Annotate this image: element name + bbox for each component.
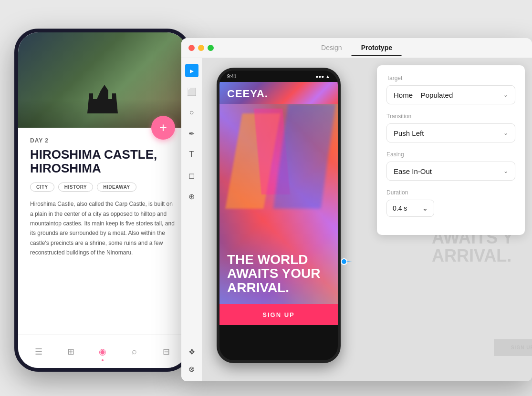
nav-search[interactable]: ⌕ bbox=[129, 346, 140, 357]
figma-toolbar: ▸ ⬜ ○ ✒ T ◻ ⊕ ❖ ⊗ bbox=[181, 58, 202, 381]
figma-titlebar: Design Prototype bbox=[181, 38, 532, 58]
phone-frame: + DAY 2 HIROSHIMA CASTLE, HIROSHIMA CITY… bbox=[14, 29, 191, 372]
transition-chevron: ⌄ bbox=[503, 130, 508, 136]
canvas-phone-cta[interactable]: SIGN UP bbox=[219, 304, 338, 325]
target-field: Target Home – Populated ⌄ bbox=[386, 75, 515, 104]
ghost-cta: SIGN UP bbox=[494, 339, 532, 356]
phone-title: HIROSHIMA CASTLE, HIROSHIMA bbox=[30, 148, 175, 175]
tool-components[interactable]: ❖ bbox=[185, 345, 198, 358]
fab-button[interactable]: + bbox=[151, 116, 175, 140]
phone-content: DAY 2 HIROSHIMA CASTLE, HIROSHIMA CITY H… bbox=[18, 128, 187, 267]
connection-line bbox=[344, 261, 439, 309]
maximize-button[interactable] bbox=[208, 45, 214, 51]
target-select[interactable]: Home – Populated ⌄ bbox=[386, 85, 515, 104]
canvas-phone[interactable]: 9:41 ●●● ▲ CEEYA. THE WORLDAWAITS YOURAR… bbox=[217, 68, 341, 363]
canvas-phone-status: 9:41 ●●● ▲ bbox=[219, 71, 338, 82]
easing-chevron: ⌄ bbox=[503, 168, 508, 174]
target-chevron: ⌄ bbox=[503, 91, 508, 98]
canvas-hero-text: THE WORLDAWAITS YOURARRIVAL. bbox=[227, 253, 330, 294]
phone-description: Hiroshima Castle, also called the Carp C… bbox=[30, 199, 175, 257]
canvas-phone-hero: THE WORLDAWAITS YOURARRIVAL. bbox=[219, 104, 338, 304]
tag-hideaway: HIDEAWAY bbox=[97, 183, 136, 192]
tool-ellipse[interactable]: ○ bbox=[185, 106, 198, 119]
figma-window: Design Prototype ▸ ⬜ ○ ✒ T ◻ ⊕ ❖ ⊗ 9:41 bbox=[181, 38, 532, 381]
transition-label: Transition bbox=[386, 113, 515, 120]
phone-bottom-nav: ☰ ⊞ ◉ ⌕ ⊟ bbox=[18, 335, 187, 368]
tag-history: HISTORY bbox=[58, 183, 93, 192]
figma-canvas: 9:41 ●●● ▲ CEEYA. THE WORLDAWAITS YOURAR… bbox=[202, 58, 532, 381]
easing-value: Ease In-Out bbox=[394, 167, 432, 175]
transition-field: Transition Push Left ⌄ bbox=[386, 113, 515, 142]
close-button[interactable] bbox=[188, 45, 195, 51]
nav-bookmark[interactable]: ⊟ bbox=[161, 346, 172, 357]
prototype-panel: Target Home – Populated ⌄ Transition Pus… bbox=[377, 65, 525, 235]
left-phone: + DAY 2 HIROSHIMA CASTLE, HIROSHIMA CITY… bbox=[14, 29, 191, 372]
target-value: Home – Populated bbox=[394, 91, 453, 99]
duration-field: Duration 0.4 s ⌄ bbox=[386, 189, 515, 217]
easing-field: Easing Ease In-Out ⌄ bbox=[386, 151, 515, 181]
minimize-button[interactable] bbox=[198, 45, 204, 51]
duration-chevron: ⌄ bbox=[422, 204, 428, 212]
figma-body: ▸ ⬜ ○ ✒ T ◻ ⊕ ❖ ⊗ 9:41 ●●● ▲ CEEYA. bbox=[181, 58, 532, 381]
transition-select[interactable]: Push Left ⌄ bbox=[386, 123, 515, 142]
connection-dot bbox=[341, 258, 347, 265]
tab-prototype[interactable]: Prototype bbox=[352, 40, 402, 56]
tag-city: CITY bbox=[30, 183, 54, 192]
tab-design[interactable]: Design bbox=[312, 40, 352, 56]
tool-frame[interactable]: ⬜ bbox=[185, 85, 198, 98]
castle-silhouette bbox=[74, 75, 131, 113]
nav-home[interactable]: ☰ bbox=[33, 346, 44, 357]
traffic-lights bbox=[188, 45, 214, 51]
duration-select[interactable]: 0.4 s ⌄ bbox=[386, 200, 434, 217]
figma-tabs: Design Prototype bbox=[312, 40, 402, 56]
day-label: DAY 2 bbox=[30, 137, 175, 144]
duration-label: Duration bbox=[386, 189, 515, 196]
duration-value: 0.4 s bbox=[393, 204, 407, 212]
easing-label: Easing bbox=[386, 151, 515, 158]
transition-value: Push Left bbox=[394, 129, 424, 137]
tags-row: CITY HISTORY HIDEAWAY bbox=[30, 183, 175, 192]
tool-arrow[interactable]: ▸ bbox=[185, 64, 198, 77]
tool-pen[interactable]: ✒ bbox=[185, 127, 198, 140]
tool-shape[interactable]: ◻ bbox=[185, 169, 198, 182]
tool-zoom[interactable]: ⊕ bbox=[185, 190, 198, 203]
nav-camera[interactable]: ◉ bbox=[97, 346, 108, 357]
easing-select[interactable]: Ease In-Out ⌄ bbox=[386, 162, 515, 181]
nav-grid[interactable]: ⊞ bbox=[65, 346, 76, 357]
target-label: Target bbox=[386, 75, 515, 81]
phone-hero-image bbox=[18, 32, 187, 128]
tool-layers[interactable]: ⊗ bbox=[185, 362, 198, 376]
tool-text[interactable]: T bbox=[185, 148, 198, 161]
canvas-phone-logo: CEEYA. bbox=[219, 82, 338, 104]
